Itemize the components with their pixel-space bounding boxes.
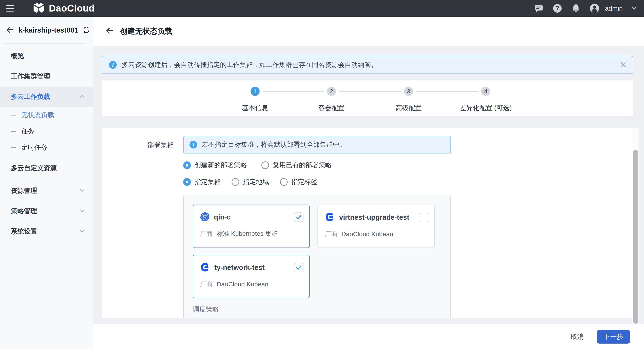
step-1-label: 基本信息	[217, 103, 294, 113]
chevron-down-icon	[80, 228, 85, 235]
radio-checked-icon[interactable]	[183, 161, 191, 169]
vendor-label: 厂商	[325, 230, 338, 239]
svg-text:?: ?	[556, 5, 559, 11]
radio-specify-region[interactable]: 指定地域	[232, 177, 269, 186]
cluster-checkbox[interactable]	[419, 213, 428, 222]
step-4-circle: 4	[481, 87, 490, 96]
scrollbar-thumb[interactable]	[633, 150, 638, 324]
cluster-name: qin-c	[214, 213, 290, 221]
chat-icon[interactable]	[534, 3, 544, 13]
sidebar-back-icon[interactable]	[6, 26, 14, 35]
sidebar-item-multicloud-workloads[interactable]: 多云工作负载	[0, 87, 93, 107]
cluster-name: ty-network-test	[214, 264, 290, 272]
info-icon: i	[190, 141, 197, 148]
radio-unchecked-icon[interactable]	[232, 178, 239, 186]
radio-create-new-policy[interactable]: 创建新的部署策略	[183, 161, 247, 170]
bell-icon[interactable]	[571, 3, 581, 13]
radio-unchecked-icon[interactable]	[262, 161, 269, 169]
step-1-circle: 1	[250, 87, 260, 96]
radio-label: 创建新的部署策略	[194, 161, 247, 170]
step-connector	[263, 91, 324, 92]
step-4-label: 差异化配置 (可选)	[447, 103, 524, 113]
sidebar-item-label: 多云自定义资源	[11, 164, 57, 173]
sidebar-subitem-jobs[interactable]: 任务	[0, 123, 93, 139]
sidebar-item-worker-cluster-mgmt[interactable]: 工作集群管理	[0, 66, 93, 87]
radio-specify-cluster[interactable]: 指定集群	[183, 177, 221, 186]
step-2-circle: 2	[327, 87, 336, 96]
page-back-icon[interactable]	[106, 27, 114, 36]
radio-label: 指定地域	[243, 177, 269, 186]
alert-text: 多云资源创建后，会自动传播指定的工作集群，如工作集群已存在同名资源会自动纳管。	[122, 60, 378, 69]
radio-unchecked-icon[interactable]	[280, 178, 288, 186]
sidebar-subitem-cronjobs[interactable]: 定时任务	[0, 139, 93, 156]
chevron-down-icon	[80, 208, 85, 215]
hint-text: 若不指定目标集群，将会默认部署到全部集群中。	[202, 140, 346, 149]
cluster-checkbox[interactable]	[294, 213, 304, 222]
form-panel: 部署集群 i 若不指定目标集群，将会默认部署到全部集群中。 创建新的部署策略	[102, 128, 633, 318]
user-menu-chevron-down-icon[interactable]	[631, 5, 637, 12]
sidebar-item-label: 工作集群管理	[11, 72, 50, 81]
cancel-button[interactable]: 取消	[571, 332, 584, 341]
wizard-stepper: 1 2 3 4 基本信息 容器配置 高级配置 差异化配置 (可选)	[102, 80, 633, 116]
cluster-name: virtnest-upgrade-test	[339, 213, 415, 222]
avatar[interactable]	[590, 3, 600, 13]
sidebar: k-kairship-test001 概览 工作集群管理 多云工作负载 无状态负…	[0, 17, 93, 349]
propagation-alert: i 多云资源创建后，会自动传播指定的工作集群，如工作集群已存在同名资源会自动纳管…	[102, 56, 633, 74]
step-3-label: 高级配置	[370, 103, 447, 113]
sidebar-item-label: 系统设置	[11, 227, 37, 236]
alert-close-icon[interactable]: ✕	[620, 60, 627, 69]
sidebar-subitem-stateless-workloads[interactable]: 无状态负载	[0, 107, 93, 123]
sidebar-item-resource-mgmt[interactable]: 资源管理	[0, 181, 93, 201]
cluster-card-virtnest-upgrade-test[interactable]: virtnest-upgrade-test 厂商 DaoCloud Kubean	[318, 205, 434, 248]
page-title: 创建无状态负载	[120, 26, 172, 36]
radio-label: 指定集群	[194, 177, 221, 186]
kubean-icon	[325, 212, 335, 223]
page-header: 创建无状态负载	[93, 17, 644, 46]
sidebar-subitem-label: 无状态负载	[21, 110, 54, 120]
vendor-value: 标准 Kubernetes 集群	[217, 229, 278, 238]
sidebar-divider	[4, 43, 85, 44]
sidebar-item-overview[interactable]: 概览	[0, 46, 93, 66]
next-step-button[interactable]: 下一步	[597, 330, 630, 344]
radio-reuse-policy[interactable]: 复用已有的部署策略	[262, 161, 332, 170]
step-connector	[416, 91, 478, 92]
step-3-circle: 3	[404, 87, 413, 96]
cube-icon	[32, 1, 45, 15]
user-name[interactable]: admin	[605, 5, 623, 12]
topbar: DaoCloud ?	[0, 0, 644, 17]
cluster-card-qin-c[interactable]: qin-c 厂商 标准 Kubernetes 集群	[193, 205, 310, 248]
sidebar-item-multicloud-custom-resources[interactable]: 多云自定义资源	[0, 158, 93, 178]
radio-label: 指定标签	[291, 177, 318, 186]
switch-cluster-icon[interactable]	[83, 26, 90, 34]
chevron-up-icon	[80, 93, 85, 101]
radio-specify-label[interactable]: 指定标签	[280, 177, 318, 186]
dash-icon	[11, 115, 16, 115]
hamburger-menu-icon[interactable]	[6, 4, 15, 13]
sidebar-subitem-label: 定时任务	[21, 143, 48, 152]
sidebar-item-label: 策略管理	[11, 207, 37, 216]
brand-name: DaoCloud	[49, 3, 94, 14]
info-icon: i	[109, 61, 117, 69]
dash-icon	[11, 131, 16, 132]
sidebar-item-label: 概览	[11, 51, 24, 60]
sidebar-item-label: 多云工作负载	[11, 92, 50, 101]
cluster-checkbox[interactable]	[294, 263, 304, 272]
cluster-card-ty-network-test[interactable]: ty-network-test 厂商 DaoCloud Kubean	[193, 255, 310, 298]
step-connector	[339, 91, 401, 92]
scheduling-policy-label: 调度策略	[193, 305, 442, 314]
kubernetes-icon	[200, 212, 210, 223]
radio-checked-icon[interactable]	[183, 178, 191, 186]
step-2-label: 容器配置	[293, 103, 370, 113]
help-icon[interactable]: ?	[552, 3, 562, 13]
vendor-value: DaoCloud Kubean	[217, 281, 268, 288]
cluster-name: k-kairship-test001	[18, 26, 78, 34]
daocloud-logo: DaoCloud	[32, 1, 94, 15]
sidebar-item-system-settings[interactable]: 系统设置	[0, 221, 93, 242]
deploy-hint: i 若不指定目标集群，将会默认部署到全部集群中。	[183, 136, 451, 153]
sidebar-item-policy-mgmt[interactable]: 策略管理	[0, 201, 93, 221]
sidebar-subitem-label: 任务	[21, 127, 34, 136]
dash-icon	[11, 147, 16, 148]
deploy-cluster-label: 部署集群	[148, 141, 174, 148]
cluster-selection-box: qin-c 厂商 标准 Kubernetes 集群	[183, 195, 451, 318]
sidebar-item-label: 资源管理	[11, 186, 37, 195]
